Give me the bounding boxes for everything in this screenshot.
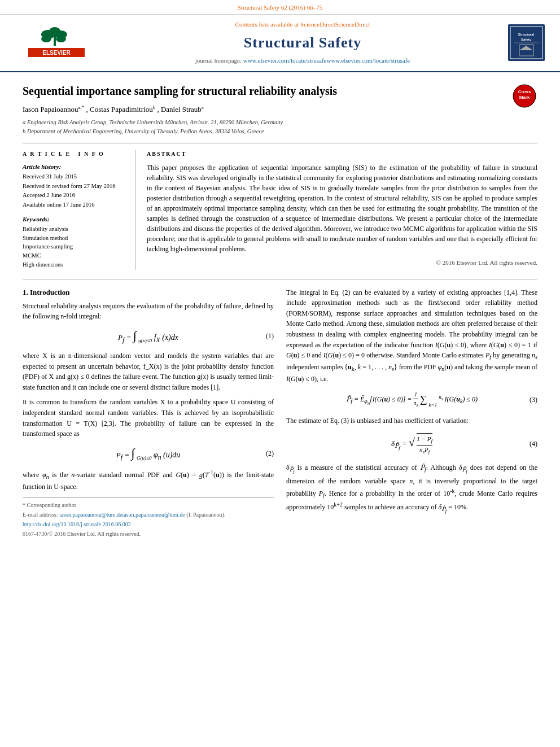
keyword-4: MCMC: [23, 252, 127, 260]
copyright-line: © 2016 Elsevier Ltd. All rights reserved…: [147, 259, 537, 267]
sd-link-text[interactable]: ScienceDirect: [335, 21, 370, 28]
journal-header-center: Contents lists available at ScienceDirec…: [102, 20, 504, 65]
intro-para2: where X is an n-dimensional random vecto…: [23, 351, 274, 392]
right-para1: The integral in Eq. (2) can be evaluated…: [286, 287, 537, 385]
affiliations: a Engineering Risk Analysis Group, Techn…: [23, 118, 337, 136]
intro-para3: It is common to transform the random var…: [23, 397, 274, 439]
elsevier-logo: ELSEVIER: [23, 23, 90, 63]
sciencedirect-link[interactable]: ScienceDirect: [300, 21, 335, 28]
homepage-url[interactable]: www.elsevier.com/locate/strusafe: [243, 57, 327, 64]
journal-top-bar: Structural Safety 62 (2016) 66–75: [0, 0, 560, 15]
author1-name: Iason Papaioannou: [23, 105, 78, 113]
article-info-col: A R T I C L E I N F O Article history: R…: [23, 150, 135, 270]
eq1-number: (1): [266, 331, 274, 341]
abstract-section-title: ABSTRACT: [147, 150, 537, 158]
keywords-label: Keywords:: [23, 215, 127, 224]
journal-citation: Structural Safety 62 (2016) 66–75: [238, 4, 322, 11]
svg-text:Cross: Cross: [518, 89, 531, 94]
section1-heading: 1. Introduction: [23, 287, 274, 298]
equation-2: Pf = ∫ G(u)≤0 φn (u)du: [23, 445, 274, 462]
received-date: Received 31 July 2015: [23, 173, 127, 181]
revised-date: Received in revised form 27 May 2016: [23, 182, 127, 191]
journal-name: Structural Safety: [102, 33, 504, 53]
email-note: (I. Papaioannou).: [186, 512, 225, 518]
equation-4-row: δP̂f = √ 1 − Pf nsPf (4): [286, 433, 537, 456]
affiliation1: a Engineering Risk Analysis Group, Techn…: [23, 118, 337, 127]
page-wrapper: Structural Safety 62 (2016) 66–75 ELSEVI…: [0, 0, 560, 551]
eq4-number: (4): [530, 439, 537, 449]
online-date: Available online 17 June 2016: [23, 201, 127, 209]
article-footer: * Corresponding author E-mail address: i…: [23, 497, 274, 538]
equation-4: δP̂f = √ 1 − Pf nsPf: [286, 433, 537, 456]
author2-name: , Costas Papadimitriou: [86, 105, 153, 113]
equation-3: P̂f = Êφn[I(G(u) ≤ 0)] = 1 ns ∑ k=1 ns I…: [286, 391, 537, 409]
elsevier-logo-area: ELSEVIER: [11, 23, 102, 63]
keyword-1: Reliability analysis: [23, 225, 127, 234]
abstract-col: ABSTRACT This paper proposes the applica…: [147, 150, 537, 270]
keyword-5: High dimensions: [23, 261, 127, 269]
article-area: Sequential importance sampling for struc…: [0, 72, 560, 552]
journal-homepage: journal homepage: www.elsevier.com/locat…: [102, 56, 504, 65]
intro-para1: Structural reliability analysis requires…: [23, 301, 274, 322]
svg-point-6: [56, 36, 66, 42]
equation-3-row: P̂f = Êφn[I(G(u) ≤ 0)] = 1 ns ∑ k=1 ns I…: [286, 391, 537, 409]
email-text[interactable]: iason.papaioannou@tum.de: [122, 512, 185, 518]
crossmark-badge[interactable]: Cross Mark: [512, 84, 537, 112]
equation-1-row: Pf = ∫ g(x)≤0 fX (x)dx (1): [23, 327, 274, 345]
svg-point-5: [41, 36, 51, 42]
intro-para4: where φn is the n-variate standard norma…: [23, 468, 274, 492]
right-para2: The estimate of Eq. (3) is unbiased and …: [286, 416, 537, 426]
right-para3: δP̂f is a measure of the statistical acc…: [286, 462, 537, 516]
section-divider: [23, 279, 537, 279]
authors-line: Iason Papaioannoua,* , Costas Papadimitr…: [23, 104, 337, 115]
author3-name: , Daniel Straub: [157, 105, 201, 113]
body-col-right: The integral in Eq. (2) can be evaluated…: [286, 287, 537, 540]
body-col-left: 1. Introduction Structural reliability a…: [23, 287, 274, 540]
abstract-text: This paper proposes the application of s…: [147, 163, 537, 254]
eq3-number: (3): [530, 395, 537, 405]
title-crossmark-container: Sequential importance sampling for struc…: [23, 84, 537, 143]
journal-logo-right: Structural Safety: [504, 24, 549, 61]
author3-sup: a: [202, 104, 204, 110]
svg-text:ELSEVIER: ELSEVIER: [42, 50, 71, 56]
email-address[interactable]: iason.papaioannou@tum.de: [59, 512, 122, 518]
article-info-section-title: A R T I C L E I N F O: [23, 150, 127, 158]
affiliation2: b Department of Mechanical Engineering, …: [23, 127, 337, 136]
sciencedirect-label: Contents lists available at: [235, 21, 299, 28]
article-title-text: Sequential importance sampling for struc…: [23, 84, 337, 98]
eq2-number: (2): [266, 449, 274, 458]
corresponding-author-note: * Corresponding author: [23, 501, 274, 509]
article-title: Sequential importance sampling for struc…: [23, 84, 337, 143]
article-info-abstract: A R T I C L E I N F O Article history: R…: [23, 143, 537, 270]
doi-line: http://dx.doi.org/10.1016/j.strusafe.201…: [23, 521, 274, 528]
structural-safety-logo: Structural Safety: [508, 24, 545, 61]
doi-url[interactable]: http://dx.doi.org/10.1016/j.strusafe.201…: [23, 521, 131, 527]
journal-header: ELSEVIER Contents lists available at Sci…: [0, 15, 560, 72]
svg-text:Structural: Structural: [518, 33, 534, 36]
svg-text:Safety: Safety: [520, 38, 531, 41]
svg-rect-9: [508, 24, 545, 61]
equation-2-row: Pf = ∫ G(u)≤0 φn (u)du (2): [23, 445, 274, 462]
issn-line: 0167-4730/© 2016 Elsevier Ltd. All right…: [23, 530, 274, 538]
sciencedirect-line: Contents lists available at ScienceDirec…: [102, 20, 504, 29]
body-content: 1. Introduction Structural reliability a…: [23, 287, 537, 540]
keyword-2: Simulation method: [23, 234, 127, 243]
homepage-label: journal homepage:: [195, 57, 242, 64]
author1-sup: a,*: [78, 104, 85, 110]
article-history-label: Article history:: [23, 163, 127, 171]
homepage-url-text[interactable]: www.elsevier.com/locate/strusafe: [326, 57, 410, 64]
author2-sup: b: [153, 104, 156, 110]
accepted-date: Accepted 2 June 2016: [23, 191, 127, 200]
equation-1: Pf = ∫ g(x)≤0 fX (x)dx: [23, 327, 274, 345]
svg-text:Mark: Mark: [519, 95, 530, 100]
keyword-3: Importance sampling: [23, 243, 127, 251]
email-label: E-mail address:: [23, 512, 58, 518]
email-line: E-mail address: iason.papaioannou@tum.de…: [23, 511, 274, 519]
